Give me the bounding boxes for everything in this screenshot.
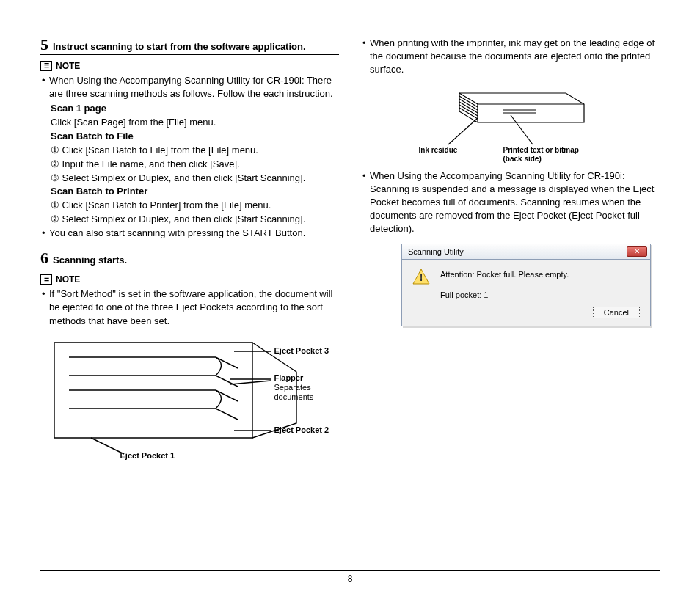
svg-text:!: ! (420, 271, 423, 283)
label-eject-pocket-3: Eject Pocket 3 (274, 346, 329, 356)
dialog-subtext: Full pocket: 1 (440, 290, 640, 299)
ink-residue-diagram: Ink residue Printed text or bitmap(back … (408, 78, 613, 167)
step-5-heading: 5 Instruct scanning to start from the so… (40, 37, 339, 55)
scan1-line: Click [Scan Page] from the [File] menu. (40, 116, 339, 130)
step-5-number: 5 (40, 37, 48, 53)
dialog-titlebar: Scanning Utility ✕ (401, 244, 651, 260)
label-printed-text: Printed text or bitmap(back side) (503, 146, 579, 164)
svg-line-6 (511, 115, 533, 144)
step-6-title: Scanning starts. (53, 255, 127, 266)
label-flapper: FlapperSeparates documents (274, 373, 333, 403)
left-column: 5 Instruct scanning to start from the so… (40, 37, 339, 535)
warning-icon: ! (412, 268, 430, 285)
page-number: 8 (0, 574, 700, 584)
label-eject-pocket-1: Eject Pocket 1 (120, 451, 175, 461)
footer-rule (40, 570, 660, 571)
note-heading-6: ☰ NOTE (40, 274, 339, 285)
scanbf-1: ① Click [Scan Batch to File] from the [F… (40, 144, 339, 158)
step-5-title: Instruct scanning to start from the soft… (53, 41, 306, 52)
note-label: NOTE (56, 274, 80, 285)
scanning-utility-dialog: Scanning Utility ✕ ! Attention: Pocket f… (401, 244, 651, 326)
right-bullet2: When Using the Accompanying Scanning Uti… (361, 169, 660, 236)
right-bullet1: When printing with the imprinter, ink ma… (361, 37, 660, 77)
scan1-head: Scan 1 page (40, 102, 339, 116)
step-6-heading: 6 Scanning starts. (40, 250, 339, 268)
note6-bullet1: If "Sort Method" is set in the software … (40, 288, 339, 328)
eject-pocket-diagram: Eject Pocket 3 FlapperSeparates document… (47, 335, 333, 460)
cancel-button[interactable]: Cancel (593, 307, 640, 318)
dialog-message: Attention: Pocket full. Please empty. (440, 268, 569, 279)
scanbp-head: Scan Batch to Printer (40, 185, 339, 199)
note5-bullet2: You can also start scanning with pressin… (40, 227, 339, 240)
svg-line-4 (91, 438, 124, 454)
note-label: NOTE (56, 61, 80, 71)
note5-bullet1: When Using the Accompanying Scanning Uti… (40, 74, 339, 100)
svg-line-5 (448, 118, 478, 144)
label-eject-pocket-2: Eject Pocket 2 (274, 425, 329, 435)
label-ink-residue: Ink residue (419, 146, 458, 155)
right-column: When printing with the imprinter, ink ma… (361, 37, 660, 535)
svg-line-2 (230, 381, 271, 384)
scanbf-2: ② Input the File name, and then click [S… (40, 158, 339, 172)
scanbp-2: ② Select Simplex or Duplex, and then cli… (40, 213, 339, 227)
close-icon[interactable]: ✕ (627, 246, 647, 257)
note-icon: ☰ (40, 61, 52, 71)
scanbp-1: ① Click [Scan Batch to Printer] from the… (40, 199, 339, 213)
step-6-number: 6 (40, 250, 48, 266)
scanbf-3: ③ Select Simplex or Duplex, and then cli… (40, 172, 339, 186)
dialog-title-text: Scanning Utility (408, 247, 464, 256)
dialog-body: ! Attention: Pocket full. Please empty. … (401, 260, 651, 326)
note-heading-5: ☰ NOTE (40, 61, 339, 71)
note-icon: ☰ (40, 274, 52, 285)
scanbf-head: Scan Batch to File (40, 130, 339, 144)
